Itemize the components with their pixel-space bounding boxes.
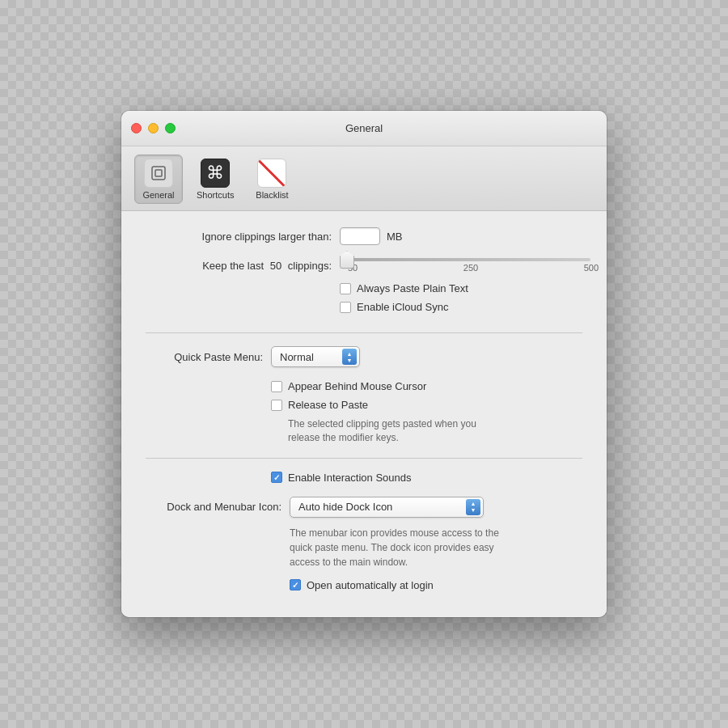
quick-paste-select-wrapper: Normal Compact Large bbox=[271, 346, 360, 367]
general-tab-label: General bbox=[142, 190, 174, 200]
keep-number: 50 bbox=[270, 260, 281, 272]
icloud-sync-checkbox[interactable] bbox=[340, 302, 351, 313]
enable-sounds-checkbox[interactable] bbox=[271, 472, 282, 483]
appear-behind-row: Appear Behind Mouse Cursor bbox=[271, 380, 582, 392]
quick-paste-select[interactable]: Normal Compact Large bbox=[271, 346, 360, 367]
open-login-checkbox[interactable] bbox=[290, 579, 301, 590]
divider-2 bbox=[146, 458, 582, 459]
open-login-row: Open automatically at login bbox=[290, 579, 582, 591]
quick-paste-options: Appear Behind Mouse Cursor Release to Pa… bbox=[271, 380, 582, 445]
dock-select[interactable]: Auto hide Dock Icon Show Dock Icon Hide … bbox=[290, 497, 484, 518]
blacklist-icon bbox=[257, 159, 286, 188]
appear-behind-label: Appear Behind Mouse Cursor bbox=[288, 380, 426, 392]
enable-sounds-label: Enable Interaction Sounds bbox=[288, 472, 412, 484]
release-to-paste-row: Release to Paste bbox=[271, 399, 582, 411]
window-title: General bbox=[345, 122, 383, 134]
general-icon bbox=[144, 159, 173, 188]
dock-helper-text: The menubar icon provides mouse access t… bbox=[290, 526, 581, 569]
keep-slider[interactable] bbox=[340, 258, 590, 261]
slider-area: 50 250 500 Always Paste Plain Text Enabl… bbox=[340, 255, 599, 320]
appear-behind-checkbox[interactable] bbox=[271, 381, 282, 392]
slider-mid: 250 bbox=[463, 263, 478, 273]
tab-blacklist[interactable]: Blacklist bbox=[248, 154, 296, 204]
tab-general[interactable]: General bbox=[134, 154, 183, 204]
release-to-paste-label: Release to Paste bbox=[288, 399, 368, 411]
sounds-row: Enable Interaction Sounds bbox=[271, 472, 582, 484]
quick-paste-label: Quick Paste Menu: bbox=[146, 351, 263, 363]
window-controls bbox=[131, 123, 176, 133]
always-paste-label: Always Paste Plain Text bbox=[357, 282, 468, 294]
shortcuts-tab-label: Shortcuts bbox=[197, 190, 234, 200]
dock-menubar-label: Dock and Menubar Icon: bbox=[146, 501, 281, 513]
sounds-area: Enable Interaction Sounds bbox=[271, 472, 582, 484]
icloud-sync-row: Enable iCloud Sync bbox=[340, 301, 599, 313]
slider-max: 500 bbox=[584, 263, 599, 273]
always-paste-row: Always Paste Plain Text bbox=[340, 282, 599, 294]
ignore-size-input[interactable]: 1 bbox=[340, 227, 380, 245]
icloud-sync-label: Enable iCloud Sync bbox=[357, 301, 448, 313]
dock-menubar-row: Dock and Menubar Icon: Auto hide Dock Ic… bbox=[146, 497, 582, 518]
main-window: General General ⌘ Shortcuts Blacklist bbox=[121, 111, 607, 617]
close-button[interactable] bbox=[131, 123, 142, 133]
blacklist-tab-label: Blacklist bbox=[256, 190, 288, 200]
divider-1 bbox=[146, 332, 582, 333]
maximize-button[interactable] bbox=[165, 123, 176, 133]
ignore-unit: MB bbox=[387, 231, 403, 243]
slider-labels: 50 250 500 bbox=[348, 263, 599, 273]
checkboxes-area: Always Paste Plain Text Enable iCloud Sy… bbox=[340, 282, 599, 320]
tab-shortcuts[interactable]: ⌘ Shortcuts bbox=[189, 154, 241, 204]
dock-select-area: Auto hide Dock Icon Show Dock Icon Hide … bbox=[290, 497, 484, 518]
always-paste-checkbox[interactable] bbox=[340, 283, 351, 294]
open-login-area: Open automatically at login bbox=[290, 579, 582, 591]
svg-rect-1 bbox=[155, 170, 162, 176]
dock-select-wrapper: Auto hide Dock Icon Show Dock Icon Hide … bbox=[290, 497, 484, 518]
toolbar: General ⌘ Shortcuts Blacklist bbox=[121, 146, 607, 211]
ignore-clippings-row: Ignore clippings larger than: 1 MB bbox=[146, 227, 582, 245]
quick-paste-row: Quick Paste Menu: Normal Compact Large bbox=[146, 346, 582, 367]
svg-rect-0 bbox=[152, 167, 165, 180]
open-login-label: Open automatically at login bbox=[307, 579, 434, 591]
keep-last-row: Keep the last 50 clippings: 50 250 500 A… bbox=[146, 255, 582, 320]
minimize-button[interactable] bbox=[148, 123, 159, 133]
release-to-paste-checkbox[interactable] bbox=[271, 400, 282, 411]
ignore-label: Ignore clippings larger than: bbox=[146, 231, 332, 243]
release-helper-text: The selected clipping gets pasted when y… bbox=[288, 417, 563, 445]
shortcuts-icon: ⌘ bbox=[201, 159, 230, 188]
titlebar: General bbox=[121, 111, 607, 146]
keep-label: Keep the last 50 clippings: bbox=[146, 255, 332, 272]
quick-paste-select-area: Normal Compact Large bbox=[271, 346, 360, 367]
content-area: Ignore clippings larger than: 1 MB Keep … bbox=[121, 211, 607, 617]
